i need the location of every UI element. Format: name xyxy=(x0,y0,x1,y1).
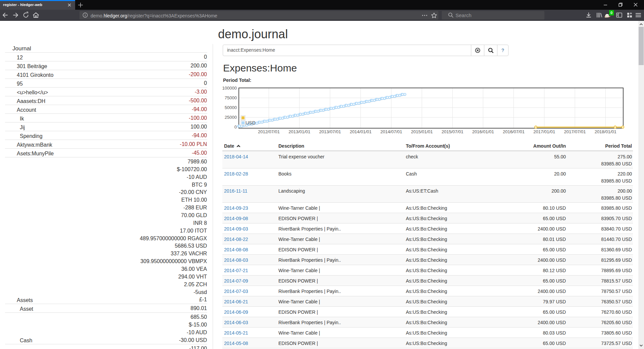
svg-text:75000: 75000 xyxy=(225,95,237,100)
svg-text:2013/01/01: 2013/01/01 xyxy=(288,129,310,134)
svg-text:100000: 100000 xyxy=(222,86,237,91)
svg-text:2018/01/01: 2018/01/01 xyxy=(595,129,616,134)
svg-text:2017/01/01: 2017/01/01 xyxy=(533,129,555,134)
svg-text:2015/07/01: 2015/07/01 xyxy=(441,129,463,134)
svg-text:25000: 25000 xyxy=(225,115,237,120)
svg-text:2014/01/01: 2014/01/01 xyxy=(350,129,372,134)
svg-text:0: 0 xyxy=(234,124,237,130)
svg-text:2012/07/01: 2012/07/01 xyxy=(258,129,280,134)
svg-text:2015/01/01: 2015/01/01 xyxy=(411,129,433,134)
svg-text:2017/07/01: 2017/07/01 xyxy=(564,129,586,134)
svg-text:2016/07/01: 2016/07/01 xyxy=(503,129,525,134)
svg-text:2016/01/01: 2016/01/01 xyxy=(472,129,494,134)
svg-text:USD: USD xyxy=(246,120,256,126)
svg-text:50000: 50000 xyxy=(225,105,237,110)
svg-text:2014/07/01: 2014/07/01 xyxy=(380,129,402,134)
svg-text:2013/07/01: 2013/07/01 xyxy=(319,129,341,134)
